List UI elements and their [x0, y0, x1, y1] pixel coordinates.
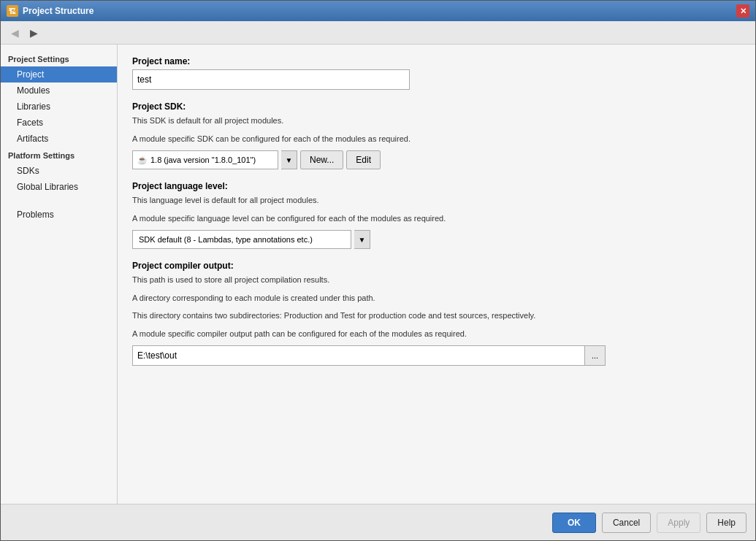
- window-title: Project Structure: [23, 6, 93, 16]
- edit-sdk-button[interactable]: Edit: [346, 150, 381, 169]
- sidebar-item-problems[interactable]: Problems: [1, 207, 117, 223]
- lang-level-value: SDK default (8 - Lambdas, type annotatio…: [139, 235, 313, 244]
- lang-dropdown-button[interactable]: ▼: [354, 230, 370, 249]
- compiler-output-row: ...: [132, 345, 741, 366]
- content-area: Project name: Project SDK: This SDK is d…: [118, 45, 755, 504]
- window-icon: 🏗: [7, 5, 18, 17]
- bottom-bar: OK Cancel Apply Help: [1, 504, 755, 540]
- browse-button[interactable]: ...: [585, 345, 606, 366]
- project-sdk-desc2: A module specific SDK can be configured …: [132, 133, 741, 145]
- project-structure-window: 🏗 Project Structure ✕ ◀ ▶ Project Settin…: [0, 0, 756, 541]
- back-button[interactable]: ◀: [7, 25, 23, 41]
- new-sdk-button[interactable]: New...: [300, 150, 343, 169]
- sidebar-item-global-libraries[interactable]: Global Libraries: [1, 179, 117, 195]
- sdk-select[interactable]: ☕ 1.8 (java version "1.8.0_101"): [132, 150, 278, 169]
- project-compiler-desc3: This directory contains two subdirectori…: [132, 310, 741, 322]
- project-language-desc2: A module specific language level can be …: [132, 212, 741, 225]
- apply-button[interactable]: Apply: [657, 513, 700, 533]
- cancel-button[interactable]: Cancel: [602, 513, 651, 533]
- sidebar-item-libraries[interactable]: Libraries: [1, 99, 117, 115]
- project-sdk-desc1: This SDK is default for all project modu…: [132, 115, 741, 127]
- project-language-desc1: This language level is default for all p…: [132, 194, 741, 207]
- sidebar-item-sdks[interactable]: SDKs: [1, 163, 117, 179]
- sidebar-item-project[interactable]: Project: [1, 66, 117, 83]
- lang-select[interactable]: SDK default (8 - Lambdas, type annotatio…: [132, 230, 351, 249]
- main-content: Project Settings Project Modules Librari…: [1, 45, 755, 504]
- project-sdk-label: Project SDK:: [132, 101, 741, 112]
- title-bar-left: 🏗 Project Structure: [7, 5, 93, 17]
- project-name-input[interactable]: [132, 69, 410, 90]
- title-bar: 🏗 Project Structure ✕: [1, 1, 755, 21]
- help-button[interactable]: Help: [706, 513, 747, 533]
- sidebar: Project Settings Project Modules Librari…: [1, 45, 118, 504]
- toolbar: ◀ ▶: [1, 21, 755, 45]
- forward-button[interactable]: ▶: [26, 25, 42, 41]
- project-language-label: Project language level:: [132, 181, 741, 191]
- sidebar-item-modules[interactable]: Modules: [1, 83, 117, 99]
- project-compiler-label: Project compiler output:: [132, 261, 741, 271]
- ok-button[interactable]: OK: [552, 513, 596, 533]
- sdk-value: 1.8 (java version "1.8.0_101"): [150, 156, 256, 164]
- close-button[interactable]: ✕: [736, 4, 749, 18]
- project-compiler-desc1: This path is used to store all project c…: [132, 274, 741, 286]
- project-settings-section-label: Project Settings: [1, 50, 117, 66]
- sdk-row: ☕ 1.8 (java version "1.8.0_101") ▼ New..…: [132, 150, 741, 169]
- project-compiler-desc2: A directory corresponding to each module…: [132, 292, 741, 304]
- compiler-output-input[interactable]: [132, 345, 585, 366]
- sidebar-item-facets[interactable]: Facets: [1, 115, 117, 131]
- sidebar-item-artifacts[interactable]: Artifacts: [1, 131, 117, 147]
- project-compiler-desc4: A module specific compiler output path c…: [132, 328, 741, 340]
- platform-settings-section-label: Platform Settings: [1, 147, 117, 163]
- lang-level-row: SDK default (8 - Lambdas, type annotatio…: [132, 230, 741, 249]
- sdk-icon: ☕: [137, 156, 148, 165]
- project-name-label: Project name:: [132, 56, 741, 66]
- sdk-dropdown-button[interactable]: ▼: [281, 150, 297, 169]
